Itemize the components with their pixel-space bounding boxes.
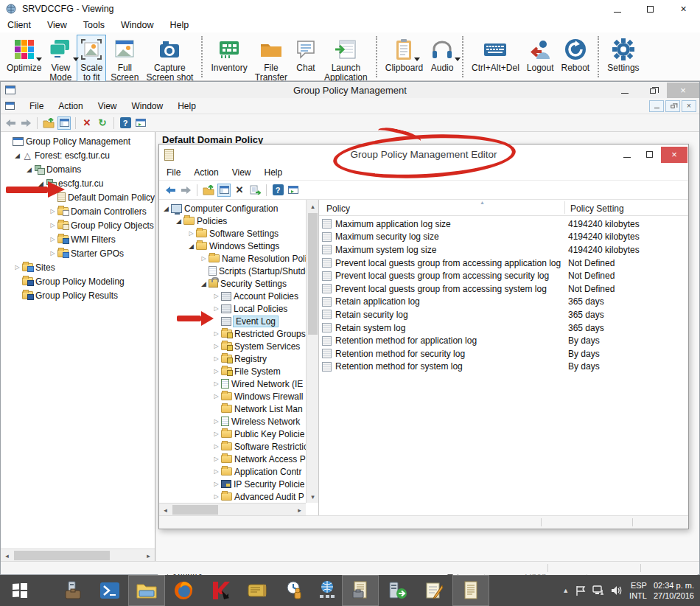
view-mode-button[interactable]: View Mode <box>46 35 75 85</box>
gpme-tree-item-software-restriction[interactable]: ▷Software Restrictio <box>159 440 306 453</box>
gpme-tree-item-network-list[interactable]: Network List Man <box>159 403 306 415</box>
taskbar-address-book-button[interactable] <box>239 575 276 606</box>
gpme-tree-item-public-key[interactable]: ▷Public Key Policie <box>159 428 306 440</box>
policy-row[interactable]: Retention method for application logBy d… <box>319 334 688 347</box>
expander-closed-icon[interactable]: ▷ <box>211 393 221 400</box>
gpm-close-button[interactable]: × <box>667 83 699 98</box>
scroll-left-icon[interactable]: ◂ <box>159 504 172 516</box>
menu-view[interactable]: View <box>47 20 67 30</box>
taskbar-notepad-button[interactable] <box>416 575 452 606</box>
gpme-tree-item-wireless-network[interactable]: ▷Wireless Network <box>159 415 306 428</box>
gpm-tree-item-root[interactable]: Group Policy Management <box>1 134 155 148</box>
inventory-button[interactable]: Inventory <box>208 35 250 74</box>
gpm-mdi-close-button[interactable]: × <box>682 100 696 112</box>
back-button[interactable] <box>164 184 177 197</box>
new-window-button[interactable] <box>134 116 147 130</box>
gpme-tree-item-ip-security[interactable]: ▷IP Security Policie <box>159 478 306 490</box>
expander-closed-icon[interactable]: ▷ <box>211 431 221 437</box>
gpme-tree-item-windows-firewall[interactable]: ▷Windows Firewall <box>159 390 306 403</box>
forward-button[interactable] <box>19 116 32 130</box>
viewer-minimize-button[interactable] <box>601 0 634 18</box>
export-list-button[interactable] <box>248 184 262 197</box>
policy-row[interactable]: Retain system log365 days <box>319 321 688 335</box>
gpm-menu-view[interactable]: View <box>98 101 117 111</box>
gpme-menu-action[interactable]: Action <box>194 167 218 178</box>
gpm-menu-file[interactable]: File <box>29 101 43 111</box>
menu-client[interactable]: Client <box>7 20 31 30</box>
show-console-tree-button[interactable] <box>57 116 71 130</box>
expander-closed-icon[interactable]: ▷ <box>211 355 221 362</box>
menu-window[interactable]: Window <box>121 20 153 30</box>
expander-closed-icon[interactable]: ▷ <box>211 468 221 475</box>
column-divider[interactable] <box>564 201 565 214</box>
gpm-tree-item-modeling[interactable]: Group Policy Modeling <box>1 274 155 288</box>
gpme-tree-item-system-services[interactable]: ▷System Services <box>159 340 306 352</box>
gpm-tree-item-wmi-filters[interactable]: ▷WMI Filters <box>1 232 155 246</box>
gpme-menu-view[interactable]: View <box>232 167 251 178</box>
taskbar-gpmc-button[interactable] <box>342 575 379 606</box>
policy-row[interactable]: Maximum security log size4194240 kilobyt… <box>319 231 688 244</box>
gpme-tree-item-wired-network[interactable]: ▷Wired Network (IE <box>159 377 306 390</box>
gpm-tree-horizontal-scrollbar[interactable]: ◂ ▸ <box>1 548 155 561</box>
audio-button[interactable]: Audio <box>427 35 457 74</box>
start-button[interactable] <box>0 575 40 606</box>
gpm-menu-window[interactable]: Window <box>132 101 164 111</box>
gpme-menu-help[interactable]: Help <box>265 167 283 178</box>
policy-row[interactable]: Maximum system log size4194240 kilobytes <box>319 243 688 257</box>
menu-help[interactable]: Help <box>170 20 189 30</box>
expander-closed-icon[interactable]: ▷ <box>48 236 57 243</box>
gpme-maximize-button[interactable] <box>638 147 661 163</box>
expander-closed-icon[interactable]: ▷ <box>211 368 221 375</box>
up-one-level-button[interactable] <box>202 184 215 197</box>
gpm-tree-item-domain-controllers[interactable]: ▷Domain Controllers <box>1 204 155 218</box>
gpme-menu-file[interactable]: File <box>167 167 181 178</box>
taskbar-firefox-button[interactable] <box>165 575 202 606</box>
gpme-tree-item-advanced-audit[interactable]: ▷Advanced Audit P <box>159 490 306 503</box>
gpme-minimize-button[interactable] <box>615 147 638 163</box>
gpm-tree-item-results[interactable]: Group Policy Results <box>1 288 155 302</box>
tray-expand-icon[interactable]: ▲ <box>562 587 569 594</box>
expander-closed-icon[interactable]: ▷ <box>48 208 57 215</box>
viewer-maximize-button[interactable] <box>634 0 667 18</box>
full-screen-button[interactable]: Full Screen <box>108 35 141 85</box>
policy-row[interactable]: Retain application log365 days <box>319 296 688 309</box>
gpm-tree-item-gpo-container[interactable]: ▷Group Policy Objects <box>1 218 155 232</box>
capture-screenshot-button[interactable]: Capture Screen shot <box>143 35 196 85</box>
new-window-button[interactable] <box>287 184 300 197</box>
help-button[interactable]: ? <box>271 184 284 197</box>
optimize-button[interactable]: Optimize <box>4 35 44 74</box>
policy-row[interactable]: Retention method for system logBy days <box>319 361 688 374</box>
menu-tools[interactable]: Tools <box>83 20 105 30</box>
settings-button[interactable]: Settings <box>604 35 642 74</box>
gpme-tree-item-scripts[interactable]: Scripts (Startup/Shutdo <box>159 265 306 277</box>
gpm-tree-item-starter-gpos[interactable]: ▷Starter GPOs <box>1 246 155 260</box>
show-console-tree-button[interactable] <box>217 184 231 197</box>
forward-button[interactable] <box>179 184 192 197</box>
scroll-down-icon[interactable]: ▾ <box>307 490 319 503</box>
launch-application-button[interactable]: Launch Application <box>321 35 371 85</box>
scroll-left-icon[interactable]: ◂ <box>1 549 13 561</box>
chat-button[interactable]: Chat <box>292 35 320 74</box>
gpme-tree-item-file-system[interactable]: ▷File System <box>159 365 306 377</box>
delete-button[interactable]: ✕ <box>233 184 246 197</box>
expander-open-icon[interactable]: ◢ <box>161 205 171 212</box>
gpme-tree-item-network-access[interactable]: ▷Network Access P <box>159 453 306 465</box>
refresh-button[interactable]: ↻ <box>96 116 109 130</box>
scroll-up-icon[interactable]: ▴ <box>307 200 319 212</box>
flag-icon[interactable] <box>575 585 586 596</box>
help-button[interactable]: ? <box>119 116 132 130</box>
gpme-tree-horizontal-scrollbar[interactable]: ◂ ▸ <box>159 503 306 515</box>
gpme-tree-item-restricted-groups[interactable]: ▷Restricted Groups <box>159 327 306 340</box>
gpme-tree-item-policies[interactable]: ◢Policies <box>159 215 306 227</box>
clock[interactable]: 02:34 p. m. 27/10/2016 <box>654 580 694 602</box>
column-policy-setting[interactable]: Policy Setting <box>570 203 624 214</box>
taskbar-server-tool-button[interactable] <box>379 575 416 606</box>
policy-row[interactable]: Maximum application log size4194240 kilo… <box>319 217 688 231</box>
gpm-restore-button[interactable] <box>639 83 667 98</box>
gpm-minimize-button[interactable] <box>611 83 639 98</box>
gpm-titlebar[interactable]: Group Policy Management × <box>1 82 699 98</box>
expander-closed-icon[interactable]: ▷ <box>199 255 209 262</box>
policy-row[interactable]: Retain security log365 days <box>319 308 688 321</box>
expander-open-icon[interactable]: ◢ <box>199 280 209 288</box>
gpme-tree-item-windows-settings[interactable]: ◢Windows Settings <box>159 240 306 252</box>
